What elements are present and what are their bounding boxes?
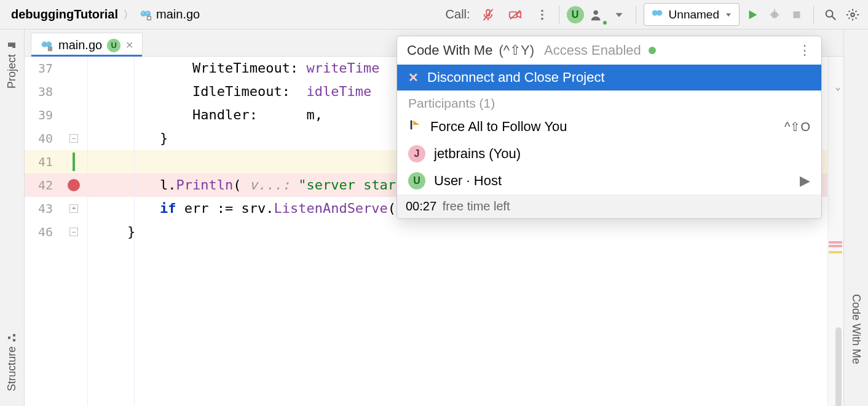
svg-point-15	[593, 10, 598, 14]
mic-off-icon[interactable]	[479, 6, 497, 24]
go-file-icon	[139, 8, 152, 22]
fold-expand-icon[interactable]: +	[69, 204, 78, 213]
line-number[interactable]: 37	[25, 57, 60, 80]
svg-rect-25	[794, 11, 800, 18]
svg-point-26	[826, 10, 833, 17]
gutter-icon-slot[interactable]: –	[60, 228, 87, 236]
avatar-u-icon: U	[408, 172, 425, 189]
editor-tab-label: main.go	[58, 38, 102, 52]
svg-point-28	[851, 13, 854, 17]
code-with-me-popup: Code With Me (^⇧Y) Access Enabled ⋮ ✕ Di…	[397, 36, 822, 219]
avatar-j-icon: J	[408, 145, 425, 162]
participant-dropdown-icon[interactable]	[610, 6, 628, 24]
run-config-label: Unnamed	[669, 8, 719, 22]
folder-icon	[7, 41, 17, 50]
tab-user-badge: U	[107, 39, 120, 52]
line-number[interactable]: 43	[25, 197, 60, 220]
fold-collapse-icon[interactable]: –	[69, 228, 78, 236]
svg-line-27	[832, 16, 836, 20]
gutter-icon-slot[interactable]: +	[60, 204, 87, 213]
line-number[interactable]: 42	[25, 173, 60, 197]
gutter-icon-slot[interactable]: –	[60, 134, 87, 143]
gutter-icon-slot[interactable]	[60, 153, 87, 171]
line-number[interactable]: 38	[25, 80, 60, 103]
code-text[interactable]: l.Println( v...: "server started")	[87, 173, 436, 197]
code-text[interactable]: WriteTimeout: writeTime	[87, 57, 380, 80]
code-text[interactable]: IdleTimeout: idleTime	[87, 80, 371, 103]
line-number[interactable]: 46	[25, 220, 60, 244]
add-participant-icon[interactable]	[588, 6, 606, 24]
popup-more-icon[interactable]: ⋮	[798, 42, 811, 58]
breadcrumb-file-label: main.go	[156, 7, 200, 22]
caret-indicator	[73, 153, 75, 171]
breakpoint-icon[interactable]	[68, 179, 80, 191]
call-label: Call:	[446, 7, 470, 22]
camera-off-icon[interactable]	[506, 6, 524, 24]
debug-button[interactable]	[765, 6, 784, 24]
popup-title-shortcut: (^⇧Y)	[499, 42, 534, 58]
sidebar-tab-project-label: Project	[6, 54, 18, 89]
warning-stripe-marker[interactable]	[829, 251, 842, 253]
search-icon[interactable]	[821, 6, 840, 24]
editor-scrollbar[interactable]: ⌄	[827, 57, 843, 406]
run-button[interactable]	[743, 6, 762, 24]
line-number[interactable]: 40	[25, 127, 60, 150]
svg-point-18	[657, 10, 662, 15]
code-text[interactable]: }	[87, 127, 168, 150]
right-sidebar: Code With Me	[843, 30, 868, 406]
line-number[interactable]: 41	[25, 150, 60, 173]
popup-item-shortcut: ^⇧O	[784, 119, 810, 134]
line-number[interactable]: 39	[25, 103, 60, 127]
breadcrumb-file[interactable]: main.go	[139, 7, 200, 22]
separator	[559, 6, 559, 24]
settings-icon[interactable]	[843, 6, 862, 24]
sidebar-tab-project[interactable]: Project	[4, 37, 20, 92]
chevron-down-icon	[724, 10, 733, 19]
svg-point-12	[541, 9, 543, 12]
popup-item-participant-user[interactable]: U User · Host ▶	[397, 167, 821, 194]
popup-status: Access Enabled	[544, 42, 641, 58]
popup-item-disconnect[interactable]: ✕ Disconnect and Close Project	[397, 65, 821, 90]
svg-marker-19	[726, 13, 731, 16]
status-dot-icon	[649, 47, 656, 54]
separator	[813, 6, 814, 24]
sidebar-tab-structure[interactable]: Structure	[4, 329, 20, 395]
popup-footer: 00:27 free time left	[397, 194, 821, 218]
top-toolbar: debuggingTutorial 〉 main.go Call: U	[0, 0, 868, 30]
call-more-icon[interactable]	[533, 6, 551, 24]
svg-point-33	[46, 41, 52, 47]
breadcrumb-separator-icon: 〉	[123, 7, 134, 22]
structure-icon	[7, 333, 17, 343]
code-line[interactable]: 46– }	[25, 220, 843, 244]
breadcrumb-project[interactable]: debuggingTutorial	[11, 7, 118, 22]
popup-item-participant-jetbrains[interactable]: J jetbrains (You)	[397, 140, 821, 167]
error-stripe-marker[interactable]	[829, 241, 842, 244]
fold-chevron-icon[interactable]: ⌄	[835, 75, 841, 98]
submenu-arrow-icon: ▶	[800, 173, 810, 189]
code-text[interactable]: Handler: m,	[87, 103, 323, 127]
editor-tab-main-go[interactable]: main.go U ✕	[31, 33, 143, 56]
run-config-icon	[650, 6, 664, 23]
run-configuration-selector[interactable]: Unnamed	[644, 3, 740, 26]
sidebar-tab-structure-label: Structure	[6, 346, 18, 391]
error-stripe-marker[interactable]	[829, 245, 842, 247]
svg-point-3	[147, 12, 148, 14]
svg-rect-5	[148, 17, 151, 19]
user-avatar-u[interactable]: U	[567, 6, 584, 23]
svg-marker-16	[615, 13, 622, 17]
sidebar-tab-code-with-me[interactable]: Code With Me	[850, 294, 862, 364]
close-tab-icon[interactable]: ✕	[125, 39, 133, 51]
stop-button[interactable]	[787, 6, 806, 24]
popup-item-label: Force All to Follow You	[430, 119, 567, 135]
svg-point-1	[145, 10, 151, 16]
gutter-icon-slot[interactable]	[60, 179, 87, 191]
scrollbar-thumb[interactable]	[835, 327, 842, 406]
popup-item-label: User · Host	[434, 173, 502, 189]
popup-item-force-follow[interactable]: Force All to Follow You ^⇧O	[397, 113, 821, 140]
svg-rect-34	[48, 46, 52, 50]
popup-timer: 00:27	[406, 199, 436, 213]
code-text[interactable]: }	[87, 220, 135, 244]
popup-header: Code With Me (^⇧Y) Access Enabled ⋮	[397, 36, 821, 65]
fold-collapse-icon[interactable]: –	[69, 134, 78, 143]
breadcrumb: debuggingTutorial 〉 main.go	[11, 7, 200, 22]
